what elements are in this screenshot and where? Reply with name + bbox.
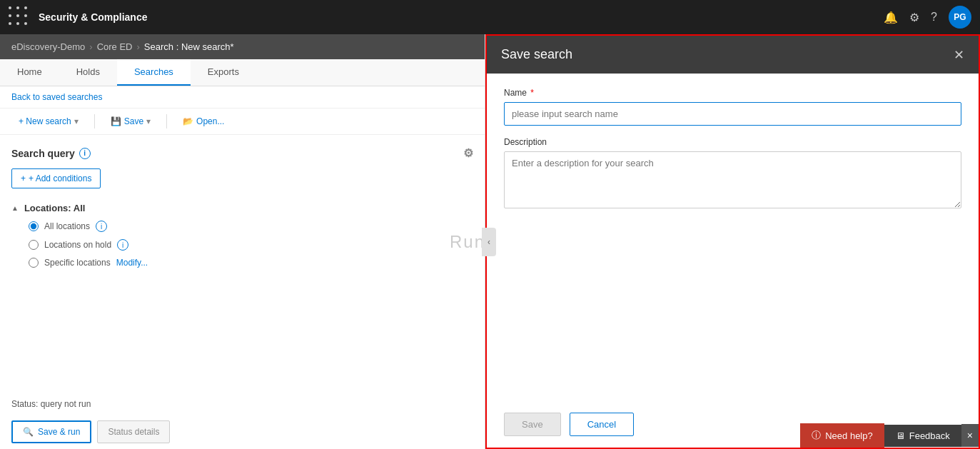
- dialog-close-button[interactable]: ✕: [954, 49, 964, 61]
- tab-holds[interactable]: Holds: [59, 59, 117, 86]
- all-locations-label: All locations: [44, 221, 90, 231]
- top-navbar: Security & Compliance 🔔 ⚙ ? PG: [0, 0, 980, 34]
- bell-icon[interactable]: 🔔: [884, 11, 898, 24]
- need-help-button[interactable]: ⓘ Need help?: [800, 423, 884, 448]
- all-locations-info-icon[interactable]: i: [96, 221, 107, 232]
- search-query-title: Search query: [11, 148, 75, 159]
- breadcrumb-item-2[interactable]: Core ED: [97, 41, 133, 52]
- chevron-up-icon: ▲: [11, 204, 19, 212]
- breadcrumb-item-1[interactable]: eDiscovery-Demo: [11, 41, 85, 52]
- name-input[interactable]: [504, 102, 961, 126]
- tab-exports[interactable]: Exports: [191, 59, 256, 86]
- search-area: Search query i ⚙ + + Add conditions ▲ Lo…: [0, 135, 485, 390]
- description-label: Description: [504, 137, 961, 147]
- breadcrumb-sep-1: ›: [89, 41, 92, 52]
- save-icon: 💾: [111, 116, 121, 126]
- tab-searches[interactable]: Searches: [117, 59, 191, 86]
- search-query-section: Search query i ⚙: [11, 146, 473, 160]
- new-search-button[interactable]: + New search ▾: [11, 113, 86, 130]
- locations-on-hold-info-icon[interactable]: i: [117, 239, 128, 251]
- status-text: Status: query not run: [11, 399, 91, 409]
- specific-locations-radio[interactable]: [29, 258, 39, 268]
- dialog-cancel-button[interactable]: Cancel: [570, 413, 634, 436]
- action-buttons: 🔍 Save & run Status details: [0, 415, 485, 449]
- locations-on-hold-radio[interactable]: [29, 240, 39, 250]
- save-search-dialog: Save search ✕ Name * Description Save Ca…: [485, 34, 980, 449]
- collapse-handle[interactable]: ‹: [482, 228, 496, 256]
- dialog-save-button[interactable]: Save: [504, 413, 561, 436]
- save-button[interactable]: 💾 Save ▾: [103, 113, 158, 130]
- dialog-body: Name * Description: [487, 74, 979, 401]
- run-watermark: Run: [450, 232, 485, 252]
- need-help-label: Need help?: [825, 430, 873, 441]
- search-query-info-icon[interactable]: i: [79, 148, 91, 159]
- tabs-bar: Home Holds Searches Exports: [0, 59, 485, 86]
- dropdown-arrow-new[interactable]: ▾: [74, 116, 79, 126]
- description-field-group: Description: [504, 137, 961, 211]
- locations-on-hold-label: Locations on hold: [44, 240, 111, 250]
- description-textarea[interactable]: [504, 151, 961, 208]
- toolbar: + New search ▾ 💾 Save ▾ 📂 Open...: [0, 109, 485, 135]
- locations-header[interactable]: ▲ Locations: All: [11, 203, 473, 213]
- modify-link[interactable]: Modify...: [116, 258, 148, 268]
- nav-icons: 🔔 ⚙ ? PG: [884, 6, 971, 29]
- toolbar-divider-1: [94, 114, 95, 128]
- save-run-button[interactable]: 🔍 Save & run: [11, 420, 91, 443]
- help-bar-close-button[interactable]: ×: [961, 424, 979, 447]
- specific-locations-row: Specific locations Modify...: [29, 258, 473, 268]
- status-bar: Status: query not run: [0, 390, 485, 415]
- left-panel: eDiscovery-Demo › Core ED › Search : New…: [0, 34, 485, 449]
- feedback-label: Feedback: [909, 430, 950, 441]
- user-avatar[interactable]: PG: [949, 6, 971, 29]
- dropdown-arrow-save[interactable]: ▾: [146, 116, 151, 126]
- open-icon: 📂: [183, 116, 193, 126]
- dialog-header: Save search ✕: [487, 36, 979, 74]
- locations-title: Locations: All: [24, 203, 85, 213]
- open-button[interactable]: 📂 Open...: [176, 113, 231, 130]
- all-locations-radio[interactable]: [29, 221, 39, 231]
- specific-locations-label: Specific locations: [44, 258, 111, 268]
- add-icon: +: [21, 173, 26, 183]
- main-layout: eDiscovery-Demo › Core ED › Search : New…: [0, 34, 980, 449]
- search-run-icon: 🔍: [23, 427, 34, 437]
- breadcrumb: eDiscovery-Demo › Core ED › Search : New…: [0, 34, 485, 59]
- open-label: Open...: [196, 116, 224, 126]
- tab-home[interactable]: Home: [0, 59, 59, 86]
- status-details-button[interactable]: Status details: [97, 420, 170, 443]
- help-bar: ⓘ Need help? 🖥 Feedback ×: [800, 423, 979, 448]
- toolbar-divider-2: [166, 114, 167, 128]
- locations-radio-group: All locations i Locations on hold i Spec…: [11, 221, 473, 268]
- locations-on-hold-row: Locations on hold i: [29, 239, 473, 251]
- name-field-group: Name *: [504, 88, 961, 126]
- name-label: Name *: [504, 88, 961, 98]
- feedback-button[interactable]: 🖥 Feedback: [884, 425, 961, 447]
- back-to-saved-searches[interactable]: Back to saved searches: [0, 86, 485, 109]
- gear-icon[interactable]: ⚙: [909, 11, 919, 24]
- locations-section: ▲ Locations: All All locations i Locatio…: [11, 203, 473, 268]
- feedback-icon: 🖥: [896, 430, 905, 441]
- save-label: Save: [124, 116, 143, 126]
- app-title: Security & Compliance: [39, 11, 875, 23]
- add-conditions-button[interactable]: + + Add conditions: [11, 168, 101, 188]
- dialog-title: Save search: [501, 47, 572, 62]
- apps-grid-icon[interactable]: [9, 6, 30, 28]
- new-search-label: + New search: [19, 116, 71, 126]
- help-icon: ⓘ: [812, 429, 821, 442]
- help-icon[interactable]: ?: [931, 11, 937, 24]
- required-indicator: *: [530, 88, 534, 98]
- breadcrumb-item-3: Search : New search*: [144, 41, 234, 52]
- save-run-label: Save & run: [38, 427, 80, 437]
- filter-icon[interactable]: ⚙: [463, 146, 473, 160]
- add-conditions-label: + Add conditions: [29, 173, 91, 183]
- breadcrumb-sep-2: ›: [137, 41, 140, 52]
- all-locations-row: All locations i: [29, 221, 473, 232]
